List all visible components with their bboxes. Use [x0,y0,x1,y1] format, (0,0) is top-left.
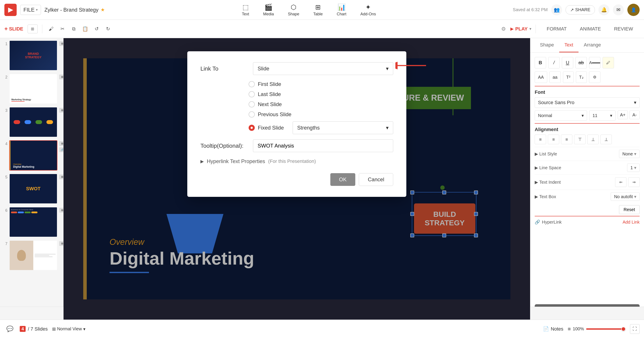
toolbar-text-button[interactable]: ⬚ Text [239,2,252,18]
italic-button[interactable]: / [548,57,560,68]
text-box-value[interactable]: No autofit ▾ [611,192,640,201]
tab-text[interactable]: Text [559,38,578,52]
fullscreen-button[interactable]: ⛶ [630,324,640,334]
main-layout: 1 BRANDSTRATEGY ⊞ 2 Marketing Strategy ⊞ [0,38,644,319]
caps-small-button[interactable]: aa [549,72,561,83]
zoom-area: ⊞ 100% [568,326,626,331]
paste-icon[interactable]: 📋 [81,25,90,33]
email-icon[interactable]: ✉ [613,5,624,15]
hyperlink-props-sub: (For this Presentation) [268,158,316,164]
view-select[interactable]: ⊞ Normal View ▾ [52,326,86,332]
review-tab[interactable]: REVIEW [608,24,640,34]
scissors-icon[interactable]: ✂ [58,25,67,33]
font-section-label: Font [535,89,640,95]
toolbar-addons-button[interactable]: ✦ Add-Ons [358,2,378,18]
slide-preview-4: Overview Digital Marketing [9,140,58,171]
second-bar-right: ⚙ ▶ PLAY ▾ FORMAT ANIMATE REVIEW [501,24,640,34]
caps-all-button[interactable]: AA [535,72,547,83]
slide-thumb-2[interactable]: 2 Marketing Strategy ⊞ [2,74,61,104]
add-slide-button[interactable]: + SLIDE [4,26,23,32]
animate-tab[interactable]: ANIMATE [573,24,608,34]
bell-icon[interactable]: 🔔 [598,5,610,15]
slide-thumb-1[interactable]: 1 BRANDSTRATEGY ⊞ [2,40,61,71]
superscript-button[interactable]: T² [563,72,574,83]
toolbar-shape-button[interactable]: ⬡ Shape [285,2,302,18]
play-button[interactable]: ▶ PLAY ▾ [510,26,531,32]
tab-arrange[interactable]: Arrange [578,38,606,52]
hyperlink-text-props[interactable]: ▶ Hyperlink Text Properties (For this Pr… [200,158,393,164]
redo-icon[interactable]: ↻ [104,25,112,33]
radio-next-slide[interactable]: Next Slide [248,101,393,107]
radio-first-slide[interactable]: First Slide [248,81,393,87]
top-bar: ▶ FILE ▾ Zylker - Brand Strategy ★ ⬚ Tex… [0,0,644,20]
undo-icon[interactable]: ↺ [92,25,101,33]
action-buttons: 🖌 ✂ ⧉ 📋 ↺ ↻ [47,25,112,33]
indent-decrease-button[interactable]: ⇐ [615,177,626,187]
cancel-button[interactable]: Cancel [359,173,393,186]
slide-thumb-6[interactable]: 6 Business-to-Consumer Mind ⊞ [2,207,61,237]
library-button[interactable]: Library New [0,307,64,319]
align-center-button[interactable]: ≡ [548,135,559,144]
notes-button[interactable]: 📄 Notes [543,326,563,332]
toolbar-chart-button[interactable]: 📊 Chart [334,2,349,18]
indent-increase-button[interactable]: ⇒ [628,177,640,187]
shape-icon: ⬡ [291,3,296,11]
app-logo[interactable]: ▶ [4,4,17,16]
layout-button[interactable]: ⊞ [28,25,38,33]
paint-format-icon[interactable]: 🖌 [47,25,56,33]
font-color-button[interactable]: A [589,57,600,68]
chat-icon[interactable]: 💬 [4,323,15,334]
dialog-overlay: Link To Slide ▾ First Slide Last Slide [64,38,530,319]
underline-button[interactable]: U [562,57,573,68]
tooltip-input[interactable] [253,139,393,152]
more-options-button[interactable]: ⚙ [589,72,600,83]
align-top-button[interactable]: ⊤ [574,135,586,144]
user-avatar[interactable]: 👤 [627,4,640,16]
format-tab[interactable]: FORMAT [540,24,573,34]
copy-icon[interactable]: ⧉ [70,25,78,33]
settings-icon[interactable]: ⚙ [501,26,506,32]
file-menu-button[interactable]: FILE ▾ [20,5,41,15]
text-indent-row: ▶ Text Indent ⇐ ⇒ [535,174,640,190]
fixed-slide-value: Strengths [297,125,320,131]
slide-thumb-5[interactable]: 5 SWOT ⊞ [2,174,61,204]
slide-thumb-4[interactable]: 4 Overview Digital Marketing ⊞ 🔗 [2,140,61,171]
align-bottom-button[interactable]: ⊥ [600,135,612,144]
reset-button[interactable]: Reset [619,205,640,214]
toolbar-media-button[interactable]: 🎬 Media [260,2,276,18]
strikethrough-button[interactable]: ab [576,57,587,68]
table-label: Table [313,12,323,17]
link-to-select[interactable]: Slide ▾ [253,62,393,75]
highlight-button[interactable]: 🖊 [602,57,614,68]
fixed-slide-select[interactable]: Strengths ▾ [293,121,393,134]
add-link-button[interactable]: Add Link [622,220,640,225]
toolbar-table-button[interactable]: ⊞ Table [310,2,325,18]
tab-shape[interactable]: Shape [535,38,559,52]
font-decrease-button[interactable]: A- [630,111,640,119]
font-style-size-row: Normal ▾ 11 ▾ A+ A- [535,111,640,121]
line-space-value[interactable]: 1 ▾ [627,164,640,172]
list-style-value[interactable]: None ▾ [619,150,640,158]
font-size-select[interactable]: 11 ▾ [589,111,616,121]
zoom-slider-thumb[interactable] [621,327,626,331]
align-right-button[interactable]: ≡ [561,135,572,144]
zoom-slider[interactable] [586,328,626,330]
share-button[interactable]: ↗ SHARE [566,5,595,15]
subscript-button[interactable]: T₂ [576,72,587,83]
media-label: Media [263,12,274,17]
align-left-button[interactable]: ≡ [535,135,546,144]
slide-thumb-7[interactable]: 7 ⊞ [2,240,61,270]
people-icon[interactable]: 👥 [551,5,562,15]
font-style-select[interactable]: Normal ▾ [535,111,587,121]
radio-previous-slide[interactable]: Previous Slide [248,111,393,118]
font-family-select[interactable]: Source Sans Pro ▾ [535,97,640,108]
play-triangle-icon: ▶ [510,27,514,31]
radio-fixed-slide[interactable]: Fixed Slide [248,125,284,131]
file-label: FILE [24,7,34,13]
align-middle-button[interactable]: ⊥ [587,135,599,144]
bold-button[interactable]: B [535,57,546,68]
font-increase-button[interactable]: A+ [618,111,628,119]
radio-last-slide[interactable]: Last Slide [248,91,393,97]
slide-thumb-3[interactable]: 3 ⊞ [2,107,61,137]
ok-button[interactable]: OK [330,173,356,186]
